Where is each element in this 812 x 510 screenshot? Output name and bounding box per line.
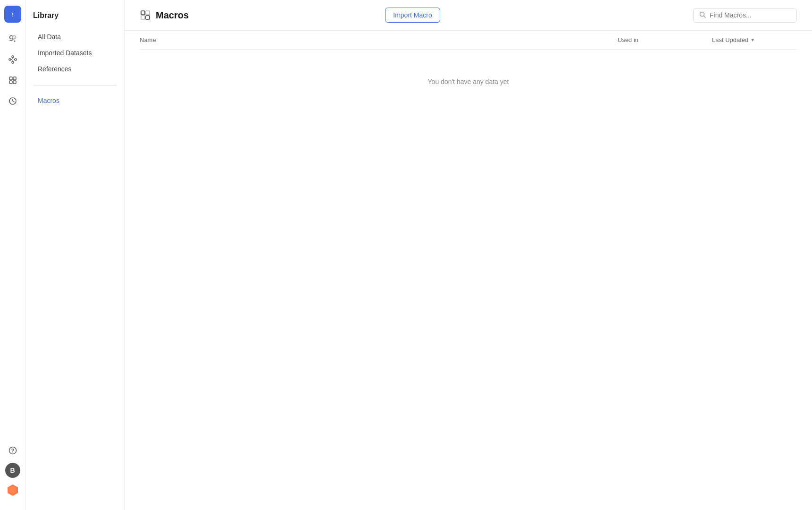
page-title-area: Macros	[140, 9, 377, 21]
svg-point-5	[9, 59, 11, 60]
svg-line-27	[704, 16, 706, 17]
svg-point-4	[14, 41, 15, 42]
search-icon	[699, 11, 706, 19]
col-last-updated-header[interactable]: Last Updated ▼	[712, 36, 797, 43]
layers-icon[interactable]	[4, 30, 21, 47]
sidebar-title: Library	[33, 11, 117, 20]
empty-message: You don't have any data yet	[428, 78, 509, 85]
table-area: Name Used in Last Updated ▼ You don't ha…	[125, 31, 812, 510]
icon-rail: !	[0, 0, 25, 510]
search-input[interactable]	[710, 11, 791, 19]
svg-rect-13	[9, 77, 12, 80]
main-header: Macros Import Macro	[125, 0, 812, 31]
table-header: Name Used in Last Updated ▼	[140, 31, 797, 50]
svg-point-7	[15, 59, 17, 60]
svg-text:!: !	[12, 12, 14, 17]
svg-rect-15	[9, 81, 12, 84]
history-icon[interactable]	[4, 93, 21, 110]
sidebar-divider	[33, 85, 117, 85]
sidebar-item-references[interactable]: References	[33, 61, 117, 76]
sort-icon: ▼	[750, 37, 755, 42]
svg-rect-24	[146, 11, 150, 15]
app-logo-icon[interactable]: !	[4, 6, 21, 23]
svg-point-8	[12, 61, 14, 63]
sidebar: Library All Data Imported Datasets Refer…	[25, 0, 125, 510]
nodes-icon[interactable]	[4, 51, 21, 68]
svg-rect-22	[141, 11, 145, 15]
svg-rect-23	[141, 16, 145, 19]
svg-rect-25	[146, 16, 150, 19]
sidebar-item-macros[interactable]: Macros	[33, 93, 117, 108]
svg-point-3	[12, 36, 16, 39]
svg-text:?: ?	[11, 448, 14, 453]
col-name-header: Name	[140, 36, 618, 43]
widgets-icon[interactable]	[4, 72, 21, 89]
svg-point-6	[12, 56, 14, 58]
page-title: Macros	[156, 10, 189, 21]
sidebar-item-imported-datasets[interactable]: Imported Datasets	[33, 45, 117, 60]
col-used-in-header: Used in	[618, 36, 712, 43]
search-box	[693, 8, 797, 23]
sidebar-item-all-data[interactable]: All Data	[33, 29, 117, 44]
help-icon[interactable]: ?	[4, 442, 21, 459]
empty-state: You don't have any data yet	[140, 50, 797, 114]
macros-page-icon	[140, 9, 151, 21]
svg-rect-14	[13, 77, 16, 80]
gem-icon[interactable]	[4, 482, 21, 499]
user-avatar[interactable]: B	[5, 463, 20, 478]
main-content: Macros Import Macro Name Used in Last Up…	[125, 0, 812, 510]
import-macro-button[interactable]: Import Macro	[385, 8, 440, 23]
svg-rect-16	[13, 81, 16, 84]
